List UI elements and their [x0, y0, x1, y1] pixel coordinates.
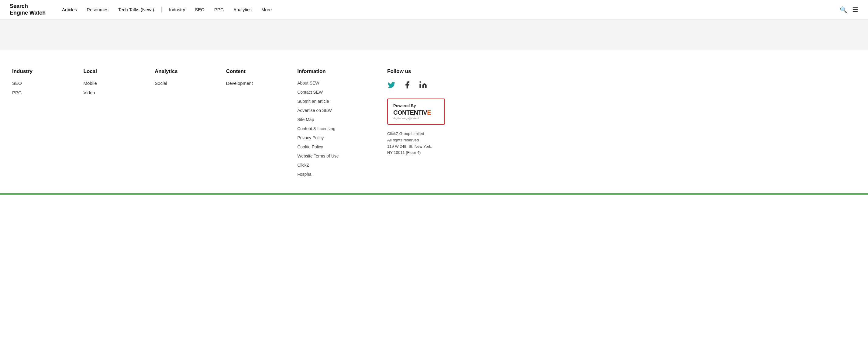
svg-point-0 — [420, 81, 421, 83]
footer-link-privacy-policy[interactable]: Privacy Policy — [297, 135, 378, 140]
search-button[interactable]: 🔍 — [840, 6, 847, 13]
contentive-accent: E — [427, 109, 431, 116]
footer-col-follow-us: Follow us — [387, 68, 468, 181]
nav-item-tech-talks[interactable]: Tech Talks (New!) — [115, 5, 158, 14]
green-bottom-bar — [0, 193, 868, 195]
nav-item-analytics[interactable]: Analytics — [230, 5, 255, 14]
footer-col-information: Information About SEW Contact SEW Submit… — [297, 68, 378, 181]
nav-right-controls: 🔍 ☰ — [840, 6, 858, 13]
header: SearchEngine Watch Articles Resources Te… — [0, 0, 868, 20]
footer-link-mobile[interactable]: Mobile — [84, 81, 146, 86]
nav-divider — [161, 7, 162, 13]
linkedin-icon[interactable] — [419, 81, 427, 91]
main-content-area — [0, 20, 868, 50]
footer-heading-information: Information — [297, 68, 378, 75]
nav-item-industry[interactable]: Industry — [165, 5, 189, 14]
footer-col-industry: Industry SEO PPC — [12, 68, 74, 181]
footer-heading-follow-us: Follow us — [387, 68, 468, 75]
footer: Industry SEO PPC Local Mobile Video Anal… — [0, 50, 868, 193]
address-line4: NY 10011 (Floor 4) — [387, 150, 468, 156]
facebook-icon[interactable] — [403, 81, 411, 91]
contentive-tagline: digital engagement — [393, 117, 439, 120]
footer-link-contact-sew[interactable]: Contact SEW — [297, 90, 378, 95]
footer-col-analytics: Analytics Social — [155, 68, 217, 181]
main-nav: Articles Resources Tech Talks (New!) Ind… — [58, 5, 840, 14]
footer-link-seo[interactable]: SEO — [12, 81, 74, 86]
footer-link-advertise[interactable]: Advertise on SEW — [297, 108, 378, 113]
footer-link-sitemap[interactable]: Site Map — [297, 117, 378, 122]
contentive-logo: CONTENTIVE — [393, 109, 439, 116]
footer-col-local: Local Mobile Video — [84, 68, 146, 181]
footer-link-ppc[interactable]: PPC — [12, 90, 74, 95]
hamburger-menu-button[interactable]: ☰ — [852, 6, 858, 13]
powered-by-label: Powered By — [393, 103, 439, 108]
nav-item-articles[interactable]: Articles — [58, 5, 81, 14]
logo-text: SearchEngine Watch — [10, 3, 45, 16]
footer-link-clickz[interactable]: ClickZ — [297, 163, 378, 168]
footer-link-fospha[interactable]: Fospha — [297, 172, 378, 177]
address-line3: 119 W 24th St, New York, — [387, 144, 468, 150]
footer-link-development[interactable]: Development — [226, 81, 288, 86]
address-block: ClickZ Group Limited All rights reserved… — [387, 131, 468, 156]
footer-col-content: Content Development — [226, 68, 288, 181]
nav-item-ppc[interactable]: PPC — [211, 5, 227, 14]
footer-heading-analytics: Analytics — [155, 68, 217, 75]
address-line1: ClickZ Group Limited — [387, 131, 468, 137]
footer-link-website-terms[interactable]: Website Terms of Use — [297, 154, 378, 158]
site-logo[interactable]: SearchEngine Watch — [10, 3, 46, 16]
contentive-text: CONTENTIV — [393, 109, 427, 116]
address-line2: All rights reserved — [387, 137, 468, 144]
footer-link-submit-article[interactable]: Submit an article — [297, 99, 378, 104]
nav-item-seo[interactable]: SEO — [191, 5, 208, 14]
social-icons-group — [387, 81, 468, 91]
footer-link-video[interactable]: Video — [84, 90, 146, 95]
footer-link-content-licensing[interactable]: Content & Licensing — [297, 126, 378, 131]
footer-heading-content: Content — [226, 68, 288, 75]
nav-item-more[interactable]: More — [258, 5, 275, 14]
footer-link-about-sew[interactable]: About SEW — [297, 81, 378, 85]
footer-link-cookie-policy[interactable]: Cookie Policy — [297, 144, 378, 149]
powered-by-box[interactable]: Powered By CONTENTIVE digital engagement — [387, 98, 445, 125]
nav-item-resources[interactable]: Resources — [83, 5, 112, 14]
footer-heading-industry: Industry — [12, 68, 74, 75]
footer-heading-local: Local — [84, 68, 146, 75]
footer-link-social[interactable]: Social — [155, 81, 217, 86]
footer-grid: Industry SEO PPC Local Mobile Video Anal… — [12, 68, 468, 181]
twitter-icon[interactable] — [387, 81, 396, 91]
